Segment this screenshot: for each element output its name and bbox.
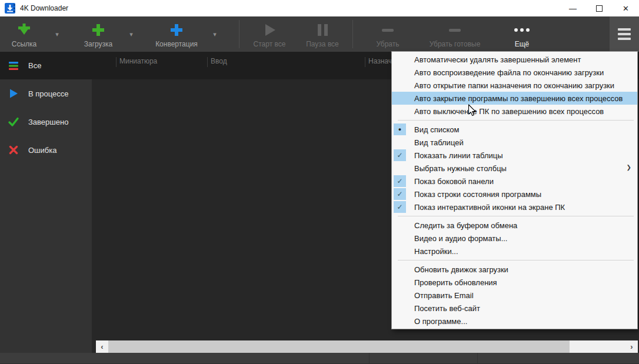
toolbar: Ссылка ▾ Загрузка ▾ Конвертация ▾ [0, 16, 639, 52]
remove-completed-button[interactable]: Убрать готовые [422, 16, 487, 52]
minus-icon [449, 29, 461, 32]
sidebar: В процессе Завершено Ошибка [0, 79, 92, 353]
pause-all-label: Пауза все [306, 40, 339, 48]
minus-icon [382, 29, 394, 32]
scroll-left-button[interactable]: ‹ [96, 340, 108, 353]
start-all-label: Старт все [254, 40, 286, 48]
titlebar: 4K Downloader — ✕ [0, 0, 639, 16]
remove-button[interactable]: Убрать [368, 16, 407, 52]
menu-item-check-updates[interactable]: Проверить обновления [392, 276, 637, 289]
menu-item-about[interactable]: О программе... [392, 315, 637, 328]
menu-item-auto-close-app[interactable]: Авто закрытие программы по завершению вс… [392, 92, 637, 105]
horizontal-scrollbar[interactable]: ‹ › [96, 340, 638, 353]
menu-item-visit-website[interactable]: Посетить веб-сайт [392, 302, 637, 315]
status-bar [0, 353, 639, 364]
statusbar-separator [477, 353, 478, 363]
close-button[interactable]: ✕ [613, 0, 639, 16]
menu-item-settings[interactable]: Настройки... [392, 245, 637, 258]
sidebar-item-label: Все [28, 61, 41, 70]
column-separator [207, 57, 208, 67]
plus-download-arrow-icon [16, 22, 32, 38]
menu-item-video-audio-formats[interactable]: Видео и аудио форматы... [392, 232, 637, 245]
column-separator [116, 57, 117, 67]
more-label: Ещё [515, 40, 530, 48]
main-menu-button[interactable] [610, 16, 639, 52]
checkmark-icon: ✓ [394, 188, 406, 200]
chevron-down-icon: ▾ [213, 31, 217, 38]
sidebar-item-label: Завершено [28, 118, 68, 126]
check-icon [8, 116, 19, 128]
play-icon [8, 88, 19, 99]
menu-item-auto-shutdown-pc[interactable]: Авто выключение ПК по завершению всех пр… [392, 105, 637, 118]
chevron-down-icon: ▾ [55, 31, 59, 38]
ellipsis-icon [514, 22, 530, 38]
submenu-arrow-icon: ❯ [627, 164, 631, 171]
error-x-icon [8, 144, 19, 156]
chevron-left-icon: ‹ [101, 342, 103, 351]
chevron-down-icon: ▾ [129, 31, 133, 38]
add-link-button[interactable]: Ссылка [0, 16, 48, 52]
maximize-button[interactable] [586, 0, 613, 16]
sidebar-item-in-progress[interactable]: В процессе [0, 79, 92, 108]
pause-icon [318, 22, 328, 38]
menu-item-send-email[interactable]: Отправить Email [392, 289, 637, 302]
menu-separator [398, 120, 634, 121]
chevron-right-icon: › [630, 342, 633, 351]
menu-item-auto-open-folder[interactable]: Авто открытие папки назначения по оконча… [392, 79, 637, 92]
sidebar-item-completed[interactable]: Завершено [0, 108, 92, 136]
menu-item-watch-clipboard[interactable]: Следить за буфером обмена [392, 219, 637, 232]
add-download-button[interactable]: Загрузка [74, 16, 122, 52]
main-menu-popup: Автоматически удалять завершенный элемен… [391, 51, 638, 329]
plus-icon-green [91, 22, 106, 38]
scroll-right-button[interactable]: › [625, 340, 638, 353]
menu-item-show-table-lines[interactable]: ✓ Показать линии таблицы [392, 149, 637, 162]
filter-all-icon [8, 60, 19, 72]
plus-icon-blue [169, 22, 184, 38]
menu-item-auto-play[interactable]: Авто воспроизведение файла по окончанию … [392, 66, 637, 79]
maximize-icon [596, 5, 603, 12]
column-header-input[interactable]: Ввод [211, 57, 227, 65]
remove-completed-label: Убрать готовые [430, 40, 481, 48]
checkmark-icon: ✓ [394, 175, 406, 187]
menu-separator [398, 216, 634, 216]
scrollbar-thumb[interactable] [108, 340, 570, 353]
add-download-dropdown-button[interactable]: ▾ [122, 16, 140, 52]
play-icon [262, 22, 277, 38]
remove-label: Убрать [376, 40, 399, 48]
app-window: 4K Downloader — ✕ Ссылка ▾ [0, 0, 639, 364]
menu-separator [398, 260, 634, 261]
menu-item-show-statusbar[interactable]: ✓ Показ строки состояния программы [392, 188, 637, 201]
statusbar-separator [369, 353, 370, 363]
pause-all-button[interactable]: Пауза все [299, 16, 345, 52]
add-link-label: Ссылка [12, 40, 36, 48]
sidebar-item-label: Ошибка [28, 146, 56, 155]
window-title: 4K Downloader [20, 4, 68, 12]
radio-selected-icon: ● [394, 123, 406, 135]
scrollbar-track[interactable] [570, 340, 625, 353]
app-icon [5, 3, 15, 14]
close-icon: ✕ [623, 5, 629, 12]
hamburger-icon [618, 28, 631, 31]
add-link-dropdown-button[interactable]: ▾ [48, 16, 66, 52]
sidebar-item-label: В процессе [28, 89, 69, 98]
sidebar-item-all[interactable]: Все [0, 52, 99, 79]
menu-item-choose-columns[interactable]: Выбрать нужные столбцы ❯ [392, 162, 637, 175]
minimize-button[interactable]: — [560, 0, 586, 16]
start-all-button[interactable]: Старт все [247, 16, 292, 52]
more-button[interactable]: Ещё [502, 16, 541, 52]
menu-item-list-view[interactable]: ● Вид списком [392, 123, 637, 136]
menu-item-show-sidebar[interactable]: ✓ Показ боковой панели [392, 175, 637, 188]
add-conversion-label: Конвертация [155, 40, 198, 48]
menu-item-update-engine[interactable]: Обновить движок загрузки [392, 263, 637, 276]
checkmark-icon: ✓ [394, 149, 406, 161]
checkmark-icon: ✓ [394, 201, 406, 213]
column-header-destination[interactable]: Назнач [368, 57, 392, 65]
sidebar-item-error[interactable]: Ошибка [0, 136, 92, 164]
column-separator [365, 57, 365, 67]
menu-item-auto-remove[interactable]: Автоматически удалять завершенный элемен… [392, 53, 637, 66]
add-conversion-dropdown-button[interactable]: ▾ [206, 16, 224, 52]
column-header-thumbnail[interactable]: Миниатюра [119, 57, 157, 65]
add-conversion-button[interactable]: Конвертация [147, 16, 206, 52]
menu-item-show-tray-icon[interactable]: ✓ Показ интерактивной иконки на экране П… [392, 201, 637, 213]
menu-item-table-view[interactable]: Вид таблицей [392, 136, 637, 149]
